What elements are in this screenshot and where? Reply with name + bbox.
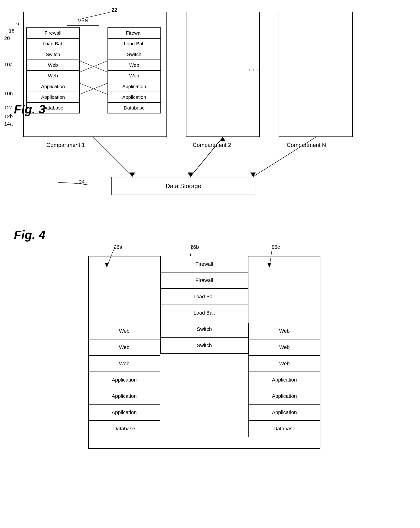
fig4-c-db: Database [249,420,320,437]
fig4-a-web3: Web [88,355,160,372]
data-storage-label: Data Storage [166,182,201,190]
fig4-sw2: Switch [160,337,249,354]
ref-24: 24 [79,179,84,185]
vpn-box: VPN [67,16,99,25]
fig4-a-web1: Web [88,323,160,339]
ref-26c: 26c [272,244,280,250]
compartmentN-box [279,12,353,137]
compartment1-label: Compartment 1 [46,142,85,148]
fig4-col-b: Firewall Firewall Load Bal. Load Bal. Sw… [160,256,249,353]
cell-app2b: Application [107,92,161,103]
svg-marker-6 [130,172,135,177]
cell-web1a: Web [26,60,80,71]
ref-26a: 26a [114,244,122,250]
fig4-lb1: Load Bal. [160,288,249,305]
compartment1-box: VPN Firewall Load Bal. Switch Web Web Ap… [23,12,167,137]
fig4-grid: Firewall Firewall Load Bal. Load Bal. Sw… [88,256,320,449]
ref-18: 18 [9,28,14,34]
cell-fw2: Firewall [107,27,161,39]
fig4-fw1: Firewall [160,256,249,273]
data-storage-box: Data Storage [112,177,255,195]
fig4-lb2: Load Bal. [160,305,249,321]
fig4-a-db: Database [88,420,160,437]
cell-app2a: Application [107,81,161,92]
fig4-a-app3: Application [88,404,160,421]
fig4-c-web2: Web [249,339,320,356]
fig4-c-web3: Web [249,355,320,372]
fig4-c-app2: Application [249,388,320,405]
cell-app1a: Application [26,81,80,92]
ref-20: 20 [4,35,10,41]
cell-web1b: Web [26,70,80,81]
cell-db2: Database [107,102,161,113]
fig4-c-app3: Application [249,404,320,421]
svg-marker-12 [250,172,256,177]
fig4-a-app1: Application [88,372,160,388]
cell-lb1: Load Bal. [26,38,80,49]
compartmentN-label: Compartment N [287,142,326,148]
ref-16: 16 [13,21,19,26]
cell-app1b: Application [26,92,80,103]
fig4-c-app1: Application [249,372,320,388]
fig4-sw1: Switch [160,321,249,337]
fig4-a-web2: Web [88,339,160,356]
page: 16 18 20 10a 10b 12a 12b 14a 22 24 VPN F… [0,0,420,528]
svg-marker-8 [188,172,193,177]
fig4-title: Fig. 4 [14,228,45,242]
fig4-col-a: Web Web Web Application Application Appl… [88,256,160,437]
fig4-fw2: Firewall [160,272,249,289]
cross-lines [80,27,107,117]
svg-line-5 [93,137,132,177]
cell-lb2: Load Bal. [107,38,161,49]
vpn-label: VPN [78,18,88,24]
svg-marker-10 [220,137,226,141]
col-left: Firewall Load Bal. Switch Web Web Applic… [26,27,80,113]
fig3-title: Fig. 3 [14,102,45,116]
ref-26b: 26b [190,244,199,250]
fig4-col-c: Web Web Web Application Application Appl… [249,256,320,437]
compartment2-label: Compartment 2 [193,142,231,148]
ref-12b: 12b [4,113,13,120]
fig4-a-app2: Application [88,388,160,405]
fig4-c-web1: Web [249,323,320,339]
cell-sw1: Switch [26,49,80,60]
cell-fw1: Firewall [26,27,80,39]
cell-sw2: Switch [107,49,161,60]
dots-label: ... [249,63,261,72]
ref-12a: 12a [4,105,13,111]
ref-10b: 10b [4,91,13,97]
cell-web2a: Web [107,60,161,71]
ref-14a: 14a [4,121,13,127]
compartment2-box [186,12,260,137]
cell-web2b: Web [107,70,161,81]
col-right: Firewall Load Bal. Switch Web Web Applic… [107,27,161,113]
ref-10a: 10a [4,62,13,68]
